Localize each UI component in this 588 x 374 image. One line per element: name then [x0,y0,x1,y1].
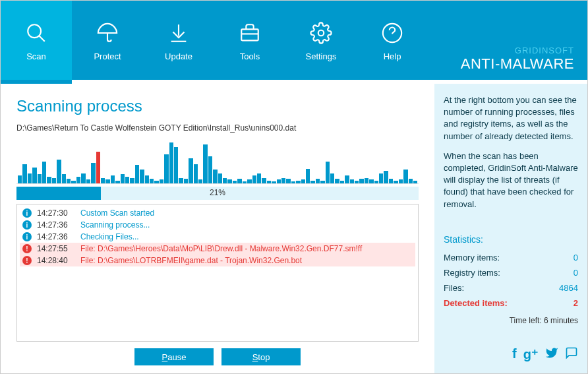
chart-bar [227,179,231,183]
nav-label: Tools [240,51,260,61]
chart-bar [350,179,354,183]
chart-bar [111,175,115,183]
magnify-icon [25,20,47,46]
chart-bar [355,181,359,183]
chart-bar [330,173,334,183]
stat-label: Memory items: [444,253,500,263]
chart-bar [213,170,217,183]
chart-bar [316,179,320,183]
facebook-icon[interactable]: f [512,346,517,363]
chart-bar [286,179,290,183]
stats-title: Statistics: [444,234,578,245]
chart-bar [52,178,56,183]
chart-bar [135,165,139,183]
svg-point-0 [28,24,41,38]
chart-bar [413,181,417,183]
log-row: i 14:27:36 Checking Files... [20,231,415,243]
chart-bar [189,158,192,183]
chart-bar [47,177,51,183]
chart-bar [42,162,46,183]
stat-label: Detected items: [444,298,508,308]
chart-bar [223,178,227,183]
chart-bar [365,178,368,183]
chart-bar [374,181,378,183]
nav-settings[interactable]: Settings [285,1,357,80]
feedback-icon[interactable] [565,346,578,363]
chart-bar [267,181,271,183]
stat-registry: Registry items: 0 [444,265,578,280]
chart-bar [291,181,295,183]
nav-label: Protect [94,51,121,61]
log-time: 14:28:40 [37,256,75,265]
chart-bar [384,171,388,183]
current-file-path: D:\Games\Return To Castle Wolfenstein GO… [16,123,419,133]
log-time: 14:27:55 [37,244,75,253]
briefcase-icon [239,20,261,46]
log-row: i 14:27:36 Scanning process... [20,219,415,231]
main-panel: Scanning process D:\Games\Return To Cast… [1,84,434,373]
chart-bar [62,174,66,183]
page-title: Scanning process [16,97,419,115]
chart-bar [262,178,266,183]
stat-detected: Detected items: 2 [444,296,578,311]
chart-bar [150,179,154,183]
chart-bar [306,169,310,183]
chart-bar [86,179,90,183]
nav-update[interactable]: Update [143,1,214,80]
chart-bar [105,179,109,183]
chart-bar [145,175,149,183]
warn-icon: ! [22,256,32,265]
pause-button[interactable]: Pause [134,348,214,365]
chart-bar [399,179,403,183]
brand-top: GRIDINSOFT [461,46,574,55]
stat-value: 4864 [559,283,578,293]
nav-label: Settings [306,51,337,61]
chart-bar [335,179,339,183]
log-time: 14:27:30 [37,208,75,218]
stat-label: Files: [444,283,464,293]
chart-bar [57,160,61,183]
chart-bar [32,168,36,183]
chart-bar [169,142,173,183]
googleplus-icon[interactable]: g⁺ [523,346,539,363]
chart-bar [18,175,22,183]
chart-bar [345,175,349,183]
log-message: Scanning process... [80,220,150,230]
chart-bar [359,179,363,183]
chart-bar [320,181,324,183]
brand: GRIDINSOFT ANTI-MALWARE [461,46,574,73]
warn-icon: ! [22,244,32,253]
svg-line-1 [39,36,45,42]
chart-bar [296,181,300,183]
chart-bar [389,179,393,183]
nav-help[interactable]: Help [357,1,428,80]
brand-bottom: ANTI-MALWARE [461,55,574,73]
chart-bar [237,179,241,183]
stat-files: Files: 4864 [444,280,578,296]
log-message: Custom Scan started [80,208,154,218]
chart-bar [281,178,285,183]
stat-memory: Memory items: 0 [444,250,578,265]
svg-rect-4 [241,29,258,40]
chart-bar [218,173,222,183]
umbrella-icon [96,20,119,46]
chart-bar [179,178,183,183]
chart-bar [243,181,247,183]
chart-bar [247,179,251,183]
twitter-icon[interactable] [545,346,558,363]
info-icon: i [22,208,32,218]
scan-log[interactable]: i 14:27:30 Custom Scan started i 14:27:3… [16,204,419,342]
chart-bar [203,144,207,183]
stop-button[interactable]: Stop [221,348,301,365]
nav-protect[interactable]: Protect [72,1,143,80]
log-time: 14:27:36 [37,220,75,230]
chart-bar [125,177,129,183]
nav-scan[interactable]: Scan [1,1,72,80]
chart-bar [71,181,75,183]
chart-bar [394,181,397,183]
chart-bar [272,181,276,183]
chart-bar [403,170,407,183]
chart-bar [326,162,330,183]
nav-tools[interactable]: Tools [214,1,285,80]
info-icon: i [22,220,32,230]
